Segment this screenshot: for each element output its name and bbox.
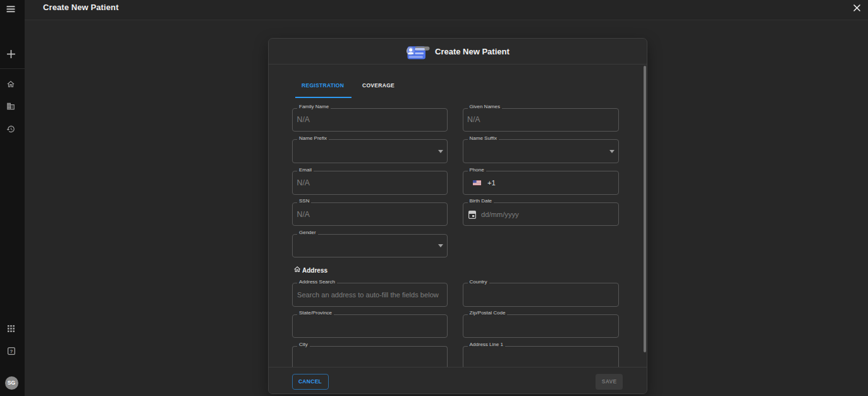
svg-text:?: ? [9, 349, 13, 354]
